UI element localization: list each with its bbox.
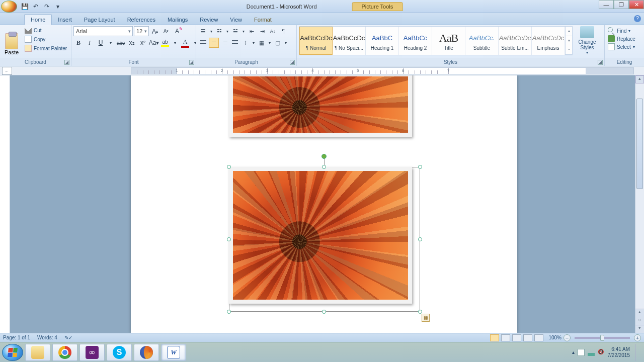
zoom-percent[interactable]: 100% xyxy=(548,335,561,340)
copy-button[interactable]: Copy xyxy=(23,35,68,43)
handle-s[interactable] xyxy=(322,310,326,314)
style-item-heading-1[interactable]: AaBbCHeading 1 xyxy=(366,27,399,55)
status-proofing-icon[interactable]: ✎✓ xyxy=(64,335,72,340)
bold-button[interactable]: B xyxy=(73,38,84,48)
help-button[interactable]: ? xyxy=(634,15,641,22)
qat-customize-icon[interactable]: ▾ xyxy=(53,2,62,11)
scroll-track[interactable] xyxy=(635,83,644,309)
tray-volume-icon[interactable]: 🔇 xyxy=(598,349,605,356)
taskbar-firefox[interactable] xyxy=(134,344,159,361)
gallery-row-up[interactable]: ▴ xyxy=(566,27,572,36)
line-spacing-menu[interactable]: ▾ xyxy=(251,38,256,48)
change-case-button[interactable]: Aa▾ xyxy=(149,38,159,48)
replace-button[interactable]: Replace xyxy=(608,35,635,42)
numbering-menu[interactable]: ▾ xyxy=(225,26,230,36)
subscript-button[interactable]: x₂ xyxy=(127,38,137,48)
grow-font-button[interactable]: A▴ xyxy=(150,26,160,36)
strikethrough-button[interactable]: abc xyxy=(116,38,126,48)
show-desktop-button[interactable] xyxy=(635,344,640,361)
shading-menu[interactable]: ▾ xyxy=(267,38,272,48)
horizontal-ruler[interactable]: 1234567 xyxy=(131,67,634,74)
zoom-in-button[interactable]: + xyxy=(634,334,641,341)
vertical-ruler[interactable] xyxy=(0,75,10,333)
view-outline[interactable] xyxy=(523,334,532,341)
tray-network-icon[interactable] xyxy=(588,349,595,356)
zoom-out-button[interactable]: − xyxy=(564,334,571,341)
change-styles-button[interactable]: Change Styles ▾ xyxy=(575,26,600,55)
tab-references[interactable]: References xyxy=(121,15,162,25)
handle-nw[interactable] xyxy=(227,165,231,169)
qat-redo-icon[interactable]: ↷ xyxy=(42,2,51,11)
page[interactable]: ▦ xyxy=(131,75,517,333)
paragraph-dialog-launcher[interactable]: ◢ xyxy=(290,60,295,65)
bullets-button[interactable]: ☰ xyxy=(198,26,208,36)
find-button[interactable]: Find▾ xyxy=(608,27,630,34)
shading-button[interactable]: ▦ xyxy=(257,38,267,48)
clear-formatting-button[interactable]: A✎ xyxy=(172,26,182,36)
select-button[interactable]: Select▾ xyxy=(608,43,635,50)
scroll-thumb[interactable] xyxy=(636,99,643,189)
underline-menu[interactable]: ▾ xyxy=(107,38,115,48)
view-web-layout[interactable] xyxy=(512,334,521,341)
tray-clock[interactable]: 6:41 AM 7/22/2015 xyxy=(608,346,630,358)
multilevel-menu[interactable]: ▾ xyxy=(241,26,246,36)
tab-selector[interactable]: ⌐ xyxy=(2,67,12,75)
align-left-button[interactable] xyxy=(198,38,208,48)
show-paragraph-marks-button[interactable]: ¶ xyxy=(278,26,288,36)
paste-button[interactable]: Paste xyxy=(2,26,21,56)
taskbar-explorer[interactable] xyxy=(25,344,50,361)
italic-button[interactable]: I xyxy=(85,38,95,48)
window-minimize-button[interactable]: — xyxy=(599,0,614,9)
browse-object-button[interactable]: ○ xyxy=(635,317,644,325)
highlight-color-button[interactable]: ab xyxy=(160,38,170,48)
tab-view[interactable]: View xyxy=(224,15,248,25)
shrink-font-button[interactable]: A▾ xyxy=(161,26,171,36)
handle-se[interactable] xyxy=(418,310,422,314)
previous-page-button[interactable]: ▴ xyxy=(635,309,644,317)
view-draft[interactable] xyxy=(534,334,543,341)
tab-insert[interactable]: Insert xyxy=(52,15,78,25)
handle-sw[interactable] xyxy=(227,310,231,314)
next-page-button[interactable]: ▾ xyxy=(635,325,644,333)
tab-home[interactable]: Home xyxy=(24,14,52,25)
window-close-button[interactable]: ✕ xyxy=(629,0,644,9)
styles-dialog-launcher[interactable]: ◢ xyxy=(598,60,603,65)
cut-button[interactable]: Cut xyxy=(23,26,68,34)
highlight-color-menu[interactable]: ▾ xyxy=(171,38,179,48)
picture-2-selected[interactable] xyxy=(229,167,412,304)
clipboard-dialog-launcher[interactable]: ◢ xyxy=(64,60,69,65)
status-words[interactable]: Words: 4 xyxy=(37,335,57,340)
picture-1[interactable] xyxy=(229,75,412,137)
font-name-combo[interactable]: Arial xyxy=(73,26,133,36)
sort-button[interactable]: A↓ xyxy=(268,26,278,36)
font-size-combo[interactable]: 12 xyxy=(134,26,149,36)
zoom-slider-knob[interactable] xyxy=(600,335,604,341)
gallery-more[interactable]: ⁼ xyxy=(566,45,572,55)
style-item-subtitle[interactable]: AaBbCc.Subtitle xyxy=(465,27,499,55)
handle-ne[interactable] xyxy=(418,165,422,169)
increase-indent-button[interactable]: ⇥ xyxy=(257,26,267,36)
style-item-emphasis[interactable]: AaBbCcDcEmphasis xyxy=(532,27,565,55)
scroll-up-arrow[interactable]: ▴ xyxy=(635,75,644,83)
style-item--normal[interactable]: AaBbCcDc¶ Normal xyxy=(299,27,333,55)
style-item--no-spaci-[interactable]: AaBbCcDc¶ No Spaci... xyxy=(333,27,366,55)
underline-button[interactable]: U xyxy=(96,38,106,48)
taskbar-chrome[interactable] xyxy=(52,344,77,361)
start-button[interactable] xyxy=(2,344,23,361)
tab-review[interactable]: Review xyxy=(194,15,224,25)
rotation-handle[interactable] xyxy=(321,154,327,159)
window-maximize-button[interactable]: ❐ xyxy=(614,0,629,9)
decrease-indent-button[interactable]: ⇤ xyxy=(247,26,257,36)
tray-action-center-icon[interactable] xyxy=(578,349,585,356)
style-item-heading-2[interactable]: AaBbCcHeading 2 xyxy=(399,27,432,55)
tab-page-layout[interactable]: Page Layout xyxy=(78,15,121,25)
font-color-button[interactable]: A xyxy=(180,38,190,48)
multilevel-list-button[interactable]: ☱ xyxy=(230,26,240,36)
handle-e[interactable] xyxy=(418,237,422,241)
view-full-screen[interactable] xyxy=(501,334,510,341)
tray-show-hidden[interactable]: ▴ xyxy=(572,349,575,355)
handle-w[interactable] xyxy=(227,237,231,241)
layout-options-smarttag[interactable]: ▦ xyxy=(422,314,430,322)
taskbar-skype[interactable]: S xyxy=(107,344,132,361)
taskbar-visualstudio[interactable]: ∞ xyxy=(79,344,105,361)
